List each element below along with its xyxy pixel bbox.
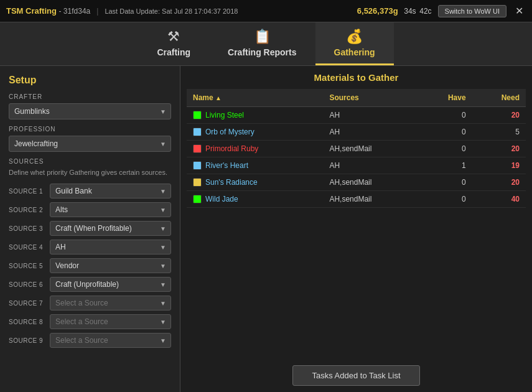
source-row-9: SOURCE 9 Select a Source [9,333,171,348]
setup-title: Setup [9,75,171,86]
title-bar: TSM Crafting - 31fd34a | Last Data Updat… [0,0,532,22]
source-7-select[interactable]: Select a Source [50,296,171,310]
source-8-select[interactable]: Select a Source [50,314,171,329]
orb-sources: AH [323,124,419,141]
living-steel-icon [193,111,202,119]
suns-radiance-icon [193,178,202,187]
panel-title: Materials to Gather [187,72,526,83]
living-steel-sources: AH [323,107,419,124]
suns-need: 20 [472,174,526,191]
source-7-label: SOURCE 7 [9,300,45,307]
orb-have: 0 [419,124,472,141]
source-8-wrapper: Select a Source [50,314,171,329]
source-row-1: SOURCE 1 Guild Bank [9,184,171,198]
living-steel-name[interactable]: Living Steel [205,111,244,119]
source-1-select[interactable]: Guild Bank [50,184,171,198]
ruby-need: 20 [472,141,526,157]
app-title-text: TSM Crafting [6,6,57,16]
rivers-have: 1 [419,157,472,174]
source-4-label: SOURCE 4 [9,244,45,251]
tab-crafting-label: Crafting [157,47,190,57]
source-1-wrapper: Guild Bank [50,184,171,198]
orb-need: 5 [472,124,526,141]
jade-need: 40 [472,191,526,208]
materials-table-container: Name ▲ Sources Have Need Living Steel [187,89,526,359]
tab-crafting[interactable]: ⚒ Crafting [138,22,209,65]
wild-jade-name[interactable]: Wild Jade [205,195,238,203]
profession-select-wrapper: Jewelcrafting [9,136,171,152]
item-wild-jade: Wild Jade [187,191,323,208]
source-5-wrapper: Vendor [50,258,171,273]
suns-sources: AH,sendMail [323,174,419,191]
orb-of-mystery-name[interactable]: Orb of Mystery [205,128,254,136]
source-4-select[interactable]: AH [50,240,171,254]
source-3-select[interactable]: Craft (When Profitable) [50,221,171,236]
crafter-select[interactable]: Gumblinks [9,103,171,119]
primordial-ruby-name[interactable]: Primordial Ruby [205,144,258,153]
orb-of-mystery-icon [193,128,202,136]
source-8-label: SOURCE 8 [9,319,45,325]
switch-wow-ui-button[interactable]: Switch to WoW UI [438,5,506,17]
app-title: TSM Crafting - 31fd34a [6,6,90,16]
source-9-select[interactable]: Select a Source [50,333,171,348]
profession-select[interactable]: Jewelcrafting [9,136,171,152]
source-row-6: SOURCE 6 Craft (Unprofitable) [9,277,171,292]
time-centiseconds: 42c [419,7,431,16]
table-row: Living Steel AH 0 20 [187,107,526,124]
close-button[interactable]: ✕ [513,5,526,17]
table-row: Primordial Ruby AH,sendMail 0 20 [187,141,526,157]
col-need: Need [472,89,526,107]
item-suns-radiance: Sun's Radiance [187,174,323,191]
rivers-heart-icon [193,161,202,170]
sources-label: SOURCES [9,158,171,165]
source-2-label: SOURCE 2 [9,207,45,213]
last-update: Last Data Update: Sat Jul 28 17:04:37 20… [105,7,238,15]
crafter-label: CRAFTER [9,93,171,100]
right-panel: Materials to Gather Name ▲ Sources Have … [180,66,532,392]
left-panel: Setup CRAFTER Gumblinks PROFESSION Jewel… [0,66,180,392]
sources-description: Define whet priority Gathering gives cer… [9,168,171,177]
gathering-icon: 💰 [346,29,363,45]
source-row-4: SOURCE 4 AH [9,240,171,254]
wild-jade-icon [193,195,202,203]
source-3-wrapper: Craft (When Profitable) [50,221,171,236]
source-2-select[interactable]: Alts [50,202,171,217]
source-7-wrapper: Select a Source [50,296,171,310]
gold-value: 6,526,373 [357,6,393,16]
nav-tabs: ⚒ Crafting 📋 Crafting Reports 💰 Gatherin… [0,22,532,66]
crafting-icon: ⚒ [167,29,180,45]
item-orb-of-mystery: Orb of Mystery [187,124,323,141]
col-have: Have [419,89,472,107]
primordial-ruby-icon [193,144,202,153]
ruby-have: 0 [419,141,472,157]
tab-crafting-reports[interactable]: 📋 Crafting Reports [209,22,315,65]
jade-sources: AH,sendMail [323,191,419,208]
tab-crafting-reports-label: Crafting Reports [228,47,296,57]
source-6-label: SOURCE 6 [9,281,45,288]
living-steel-need: 20 [472,107,526,124]
table-row: River's Heart AH 1 19 [187,157,526,174]
rivers-heart-name[interactable]: River's Heart [205,161,248,170]
suns-radiance-name[interactable]: Sun's Radiance [205,178,258,187]
tab-gathering[interactable]: 💰 Gathering [315,22,394,65]
crafting-reports-icon: 📋 [254,29,271,45]
source-4-wrapper: AH [50,240,171,254]
ruby-sources: AH,sendMail [323,141,419,157]
rivers-sources: AH [323,157,419,174]
source-5-label: SOURCE 5 [9,263,45,269]
source-5-select[interactable]: Vendor [50,258,171,273]
source-6-select[interactable]: Craft (Unprofitable) [50,277,171,292]
col-name[interactable]: Name ▲ [187,89,323,107]
crafter-select-wrapper: Gumblinks [9,103,171,119]
col-sources: Sources [323,89,419,107]
source-9-label: SOURCE 9 [9,337,45,344]
source-3-label: SOURCE 3 [9,225,45,232]
source-1-label: SOURCE 1 [9,188,45,195]
table-row: Wild Jade AH,sendMail 0 40 [187,191,526,208]
source-2-wrapper: Alts [50,202,171,217]
tasks-button[interactable]: Tasks Added to Task List [292,365,419,386]
item-primordial-ruby: Primordial Ruby [187,141,323,157]
footer-btn-row: Tasks Added to Task List [187,365,526,386]
living-steel-have: 0 [419,107,472,124]
item-rivers-heart: River's Heart [187,157,323,174]
